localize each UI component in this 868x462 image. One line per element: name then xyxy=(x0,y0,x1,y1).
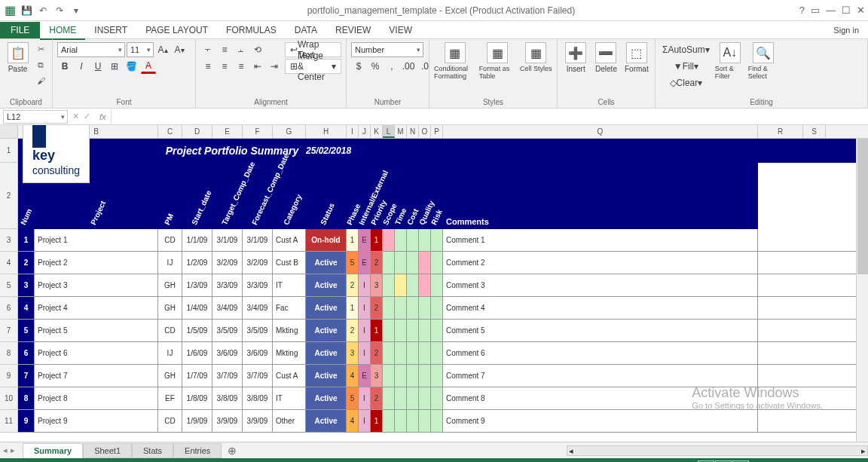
sheet-tab-summary[interactable]: Summary xyxy=(23,443,83,458)
cell-r8-c1[interactable]: Project 8 xyxy=(35,387,158,409)
cell-r8-c13[interactable] xyxy=(407,387,419,409)
percent-button[interactable]: % xyxy=(368,59,383,74)
delete-cells-button[interactable]: ➖Delete xyxy=(592,42,619,73)
cell-r3-c6[interactable]: IT xyxy=(273,274,306,296)
align-bottom-button[interactable]: ⫠ xyxy=(234,42,249,57)
cell-r6-c2[interactable]: IJ xyxy=(158,342,182,364)
cell-r8-c10[interactable]: 2 xyxy=(371,387,383,409)
number-format-combo[interactable]: Number xyxy=(351,42,423,57)
cell-r1-c0[interactable]: 1 xyxy=(18,229,35,251)
help-icon[interactable]: ? xyxy=(799,5,805,16)
cell-r7-c11[interactable] xyxy=(383,365,395,387)
cell-r2-c2[interactable]: IJ xyxy=(158,252,182,274)
col-header-F[interactable]: F xyxy=(243,125,273,138)
qat-undo[interactable]: ↶ xyxy=(36,4,50,17)
cell-r4-c5[interactable]: 3/4/09 xyxy=(243,297,273,319)
sign-in-link[interactable]: Sign in xyxy=(833,26,868,35)
col-header-D[interactable]: D xyxy=(182,125,212,138)
cell-r6-c8[interactable]: 3 xyxy=(347,342,359,364)
cell-r4-c12[interactable] xyxy=(395,297,407,319)
cell-r1-c2[interactable]: CD xyxy=(158,229,182,251)
cell-r5-c2[interactable]: CD xyxy=(158,320,182,341)
format-cells-button[interactable]: ⬚Format xyxy=(623,42,650,73)
cell-r5-c5[interactable]: 3/5/09 xyxy=(243,320,273,341)
cell-r1-c9[interactable]: E xyxy=(359,229,371,251)
cell-r1-c10[interactable]: 1 xyxy=(371,229,383,251)
cell-r1-c3[interactable]: 1/1/09 xyxy=(182,229,212,251)
underline-button[interactable]: U xyxy=(90,59,105,74)
col-header-H[interactable]: H xyxy=(306,125,347,138)
tab-nav-prev[interactable]: ◂ xyxy=(3,445,8,455)
col-header-N[interactable]: N xyxy=(407,125,419,138)
cell-r9-c2[interactable]: CD xyxy=(158,410,182,432)
col-header-P[interactable]: P xyxy=(431,125,443,138)
cell-r3-c1[interactable]: Project 3 xyxy=(35,274,158,296)
col-header-O[interactable]: O xyxy=(419,125,431,138)
cell-r8-c14[interactable] xyxy=(419,387,431,409)
minimize-button[interactable]: — xyxy=(826,5,836,16)
cell-r6-c13[interactable] xyxy=(407,342,419,364)
horizontal-scrollbar[interactable]: ◂ ▸ xyxy=(567,445,868,456)
cell-r5-c1[interactable]: Project 5 xyxy=(35,320,158,341)
cell-r3-c8[interactable]: 2 xyxy=(347,274,359,296)
cell-r6-c12[interactable] xyxy=(395,342,407,364)
cell-r9-c10[interactable]: 1 xyxy=(371,410,383,432)
increase-indent-button[interactable]: ⇥ xyxy=(267,59,282,74)
merge-center-button[interactable]: ⊞ Merge & Center ▾ xyxy=(285,59,341,74)
find-select-button[interactable]: 🔍Find & Select xyxy=(748,42,778,80)
cell-r5-c16[interactable]: Comment 5 xyxy=(443,320,758,341)
select-all-corner[interactable] xyxy=(0,125,18,138)
cell-r1-c4[interactable]: 3/1/09 xyxy=(212,229,243,251)
sheet-tab-sheet1[interactable]: Sheet1 xyxy=(83,443,132,458)
fill-button[interactable]: ▼ Fill ▾ xyxy=(660,59,712,74)
autosum-button[interactable]: Σ AutoSum ▾ xyxy=(660,42,712,57)
font-name-combo[interactable]: Arial xyxy=(57,42,125,57)
cell-r4-c16[interactable]: Comment 4 xyxy=(443,297,758,319)
cell-r8-c9[interactable]: I xyxy=(359,387,371,409)
col-header-C[interactable]: C xyxy=(158,125,182,138)
cell-r8-c5[interactable]: 3/8/09 xyxy=(243,387,273,409)
cell-r8-c12[interactable] xyxy=(395,387,407,409)
cell-r9-c14[interactable] xyxy=(419,410,431,432)
cell-r4-c14[interactable] xyxy=(419,297,431,319)
cell-r7-c3[interactable]: 1/7/09 xyxy=(182,365,212,387)
cancel-formula-icon[interactable]: ✕ xyxy=(72,112,79,121)
increase-font-button[interactable]: A▴ xyxy=(155,42,170,57)
cell-r8-c8[interactable]: 5 xyxy=(347,387,359,409)
currency-button[interactable]: $ xyxy=(351,59,366,74)
cell-r7-c16[interactable]: Comment 7 xyxy=(443,365,758,387)
cell-r1-c5[interactable]: 3/1/09 xyxy=(243,229,273,251)
cell-r6-c11[interactable] xyxy=(383,342,395,364)
enter-formula-icon[interactable]: ✓ xyxy=(84,112,90,121)
cell-r8-c4[interactable]: 3/8/09 xyxy=(212,387,243,409)
cell-r2-c11[interactable] xyxy=(383,252,395,274)
cell-r3-c5[interactable]: 3/3/09 xyxy=(243,274,273,296)
row-header-5[interactable]: 5 xyxy=(0,274,18,297)
cell-r1-c6[interactable]: Cust A xyxy=(273,229,306,251)
bold-button[interactable]: B xyxy=(57,59,72,74)
cell-r1-c14[interactable] xyxy=(419,229,431,251)
file-tab[interactable]: FILE xyxy=(0,22,40,38)
cell-r5-c6[interactable]: Mkting xyxy=(273,320,306,341)
cell-r2-c10[interactable]: 2 xyxy=(371,252,383,274)
cell-r7-c1[interactable]: Project 7 xyxy=(35,365,158,387)
cell-r4-c0[interactable]: 4 xyxy=(18,297,35,319)
fill-color-button[interactable]: 🪣 xyxy=(124,59,139,74)
qat-customize[interactable]: ▾ xyxy=(69,4,83,17)
cell-r2-c12[interactable] xyxy=(395,252,407,274)
cell-r6-c16[interactable]: Comment 6 xyxy=(443,342,758,364)
align-left-button[interactable]: ≡ xyxy=(200,59,215,74)
row-header-9[interactable]: 9 xyxy=(0,365,18,387)
cell-r4-c1[interactable]: Project 4 xyxy=(35,297,158,319)
cell-r4-c9[interactable]: I xyxy=(359,297,371,319)
cell-r9-c9[interactable]: I xyxy=(359,410,371,432)
maximize-button[interactable]: ☐ xyxy=(842,5,851,16)
cell-r4-c4[interactable]: 3/4/09 xyxy=(212,297,243,319)
cell-r3-c11[interactable] xyxy=(383,274,395,296)
row-header-10[interactable]: 10 xyxy=(0,387,18,410)
conditional-formatting-button[interactable]: ▦Conditional Formatting xyxy=(434,42,476,80)
col-header-Q[interactable]: Q xyxy=(443,125,758,138)
cell-r5-c3[interactable]: 1/5/09 xyxy=(182,320,212,341)
cell-r1-c15[interactable] xyxy=(431,229,443,251)
cell-r7-c8[interactable]: 4 xyxy=(347,365,359,387)
